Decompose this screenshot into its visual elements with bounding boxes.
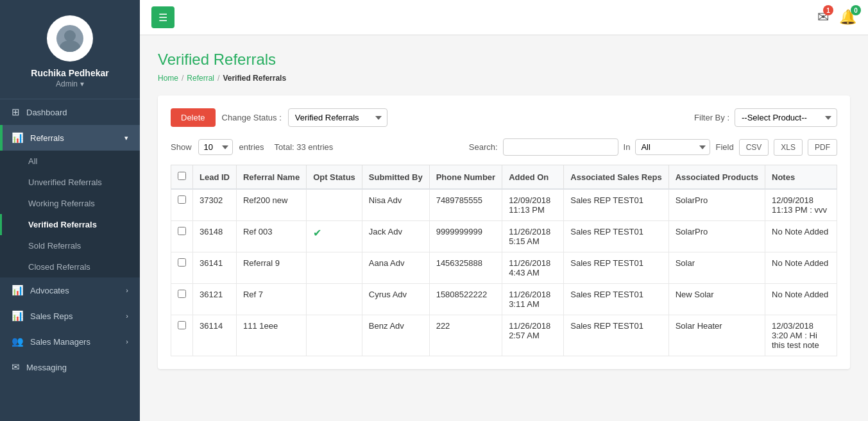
sidebar-item-label: Sales Reps: [30, 311, 72, 321]
row-checkbox[interactable]: [178, 195, 186, 204]
toolbar: Delete Change Status : Verified Referral…: [171, 108, 837, 127]
breadcrumb-referral[interactable]: Referral: [187, 74, 214, 83]
cell-opt-status: ✔: [307, 221, 362, 252]
select-all-checkbox[interactable]: [178, 172, 186, 180]
page-title: Verified Referrals: [158, 51, 850, 69]
cell-opt-status: [307, 315, 362, 356]
cell-added-on: 11/26/2018 5:15 AM: [502, 221, 564, 252]
cell-sales-reps: Sales REP TEST01: [564, 189, 668, 221]
breadcrumb-sep1: /: [182, 74, 183, 83]
sidebar-item-all[interactable]: All: [0, 151, 140, 172]
breadcrumb-home[interactable]: Home: [158, 74, 178, 83]
cell-lead-id: 37302: [193, 189, 237, 221]
sidebar-item-sales-managers[interactable]: 👥 Sales Managers ›: [0, 329, 140, 354]
cell-sales-reps: Sales REP TEST01: [564, 284, 668, 315]
topbar-right: ✉ 1 🔔 0: [817, 9, 856, 26]
table-header-row: Lead ID Referral Name Opt Status Submitt…: [171, 165, 837, 190]
sidebar-item-label: Referrals: [30, 133, 64, 143]
cell-opt-status: [307, 284, 362, 315]
menu-button[interactable]: ☰: [151, 6, 174, 28]
product-select[interactable]: --Select Product-- SolarPro Solar New So…: [735, 108, 837, 127]
mail-icon-wrap[interactable]: ✉ 1: [817, 9, 829, 26]
col-sales-reps: Associated Sales Reps: [564, 165, 668, 190]
chevron-right-icon: ›: [126, 286, 128, 294]
cell-sales-reps: Sales REP TEST01: [564, 315, 668, 356]
cell-referral-name: Referral 9: [236, 252, 306, 284]
export-xls-button[interactable]: XLS: [774, 139, 803, 156]
col-phone-number: Phone Number: [429, 165, 502, 190]
sidebar-item-label: Advocates: [30, 286, 69, 295]
row-checkbox[interactable]: [178, 258, 186, 267]
sidebar-item-label: Dashboard: [26, 108, 67, 117]
cell-notes: No Note Added: [765, 284, 837, 315]
sidebar-item-messaging[interactable]: ✉ Messaging: [0, 354, 140, 380]
show-select[interactable]: 10 25 50 100: [198, 139, 233, 155]
referrals-submenu: All Unverified Referrals Working Referra…: [0, 151, 140, 277]
topbar: ☰ ✉ 1 🔔 0: [140, 0, 868, 35]
sidebar: Ruchika Pedhekar Admin ▾ ⊞ Dashboard 📊 R…: [0, 0, 140, 421]
cell-added-on: 11/26/2018 4:43 AM: [502, 252, 564, 284]
cell-sales-reps: Sales REP TEST01: [564, 221, 668, 252]
in-label: In: [624, 142, 631, 152]
sidebar-item-sales-reps[interactable]: 📊 Sales Reps ›: [0, 303, 140, 329]
col-submitted-by: Submitted By: [362, 165, 429, 190]
sidebar-item-advocates[interactable]: 📊 Advocates ›: [0, 277, 140, 303]
cell-products: New Solar: [668, 284, 765, 315]
sales-managers-icon: 👥: [12, 336, 24, 347]
table-row: 36148 Ref 003 ✔ Jack Adv 9999999999 11/2…: [171, 221, 837, 252]
row-checkbox[interactable]: [178, 290, 186, 298]
referrals-table: Lead ID Referral Name Opt Status Submitt…: [171, 165, 837, 356]
sidebar-item-label: Messaging: [26, 363, 67, 372]
cell-opt-status: [307, 252, 362, 284]
cell-submitted-by: Aana Adv: [362, 252, 429, 284]
cell-referral-name: Ref200 new: [236, 189, 306, 221]
cell-referral-name: 111 1eee: [236, 315, 306, 356]
cell-added-on: 12/09/2018 11:13 PM: [502, 189, 564, 221]
cell-phone-number: 222: [429, 315, 502, 356]
sidebar-username: Ruchika Pedhekar: [31, 68, 108, 78]
cell-phone-number: 15808522222: [429, 284, 502, 315]
breadcrumb: Home / Referral / Verified Referrals: [158, 74, 850, 83]
cell-notes: No Note Added: [765, 252, 837, 284]
bell-icon-wrap[interactable]: 🔔 0: [839, 9, 856, 26]
main-area: ☰ ✉ 1 🔔 0 Verified Referrals Home / Refe…: [140, 0, 868, 421]
row-checkbox-cell: [171, 284, 193, 315]
total-entries-label: Total: 33 entries: [275, 142, 334, 152]
status-select[interactable]: Verified Referrals Unverified Referrals …: [288, 108, 387, 127]
main-card: Delete Change Status : Verified Referral…: [158, 95, 850, 369]
filter-right: Filter By : --Select Product-- SolarPro …: [694, 108, 837, 127]
chevron-right-icon: ›: [126, 338, 128, 345]
cell-notes: 12/03/2018 3:20 AM : Hi this test note: [765, 315, 837, 356]
filter-label: Filter By :: [694, 113, 729, 122]
delete-button[interactable]: Delete: [171, 108, 216, 127]
export-csv-button[interactable]: CSV: [739, 139, 769, 156]
row-checkbox[interactable]: [178, 321, 186, 329]
table-body: 37302 Ref200 new Nisa Adv 7489785555 12/…: [171, 189, 837, 356]
referrals-icon: 📊: [12, 132, 24, 144]
export-pdf-button[interactable]: PDF: [808, 139, 837, 156]
field-select[interactable]: All Lead ID Referral Name Phone Submitte…: [635, 139, 710, 155]
table-wrap: Lead ID Referral Name Opt Status Submitt…: [171, 165, 837, 356]
sidebar-item-dashboard[interactable]: ⊞ Dashboard: [0, 99, 140, 125]
content-area: Verified Referrals Home / Referral / Ver…: [140, 35, 868, 421]
sidebar-item-closed-referrals[interactable]: Closed Referrals: [0, 256, 140, 277]
cell-referral-name: Ref 7: [236, 284, 306, 315]
cell-notes: 12/09/2018 11:13 PM : vvv: [765, 189, 837, 221]
row-checkbox[interactable]: [178, 227, 186, 235]
sidebar-item-unverified-referrals[interactable]: Unverified Referrals: [0, 172, 140, 193]
sidebar-profile: Ruchika Pedhekar Admin ▾: [0, 0, 140, 99]
cell-submitted-by: Nisa Adv: [362, 189, 429, 221]
col-referral-name: Referral Name: [236, 165, 306, 190]
search-label: Search:: [469, 142, 498, 152]
cell-lead-id: 36114: [193, 315, 237, 356]
show-label: Show: [171, 142, 192, 152]
sidebar-item-referrals[interactable]: 📊 Referrals ▾: [0, 125, 140, 151]
sidebar-item-verified-referrals[interactable]: Verified Referrals: [0, 214, 140, 235]
advocates-icon: 📊: [12, 285, 24, 296]
sidebar-item-working-referrals[interactable]: Working Referrals: [0, 193, 140, 214]
search-input[interactable]: [503, 138, 618, 156]
search-controls: Search: In All Lead ID Referral Name Pho…: [469, 138, 837, 156]
sidebar-item-sold-referrals[interactable]: Sold Referrals: [0, 235, 140, 256]
cell-phone-number: 7489785555: [429, 189, 502, 221]
row-checkbox-cell: [171, 221, 193, 252]
